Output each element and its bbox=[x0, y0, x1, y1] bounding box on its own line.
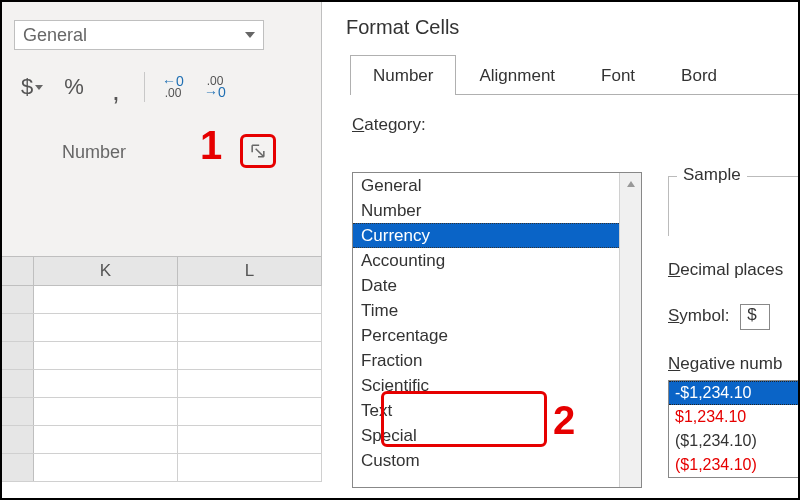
category-item[interactable]: Currency bbox=[353, 223, 621, 248]
scroll-up-icon[interactable] bbox=[626, 173, 636, 195]
negative-numbers-listbox[interactable]: -$1,234.10$1,234.10($1,234.10)($1,234.10… bbox=[668, 380, 800, 478]
tab-font[interactable]: Font bbox=[578, 55, 658, 95]
negative-number-option[interactable]: $1,234.10 bbox=[669, 405, 799, 429]
column-header-l[interactable]: L bbox=[178, 257, 322, 285]
category-item[interactable]: Fraction bbox=[353, 348, 621, 373]
chevron-down-icon bbox=[35, 85, 43, 90]
symbol-combo[interactable]: $ bbox=[740, 304, 770, 330]
decimal-places-label: Decimal places bbox=[668, 260, 798, 280]
percent-style-button[interactable]: % bbox=[56, 69, 92, 105]
category-item[interactable]: Number bbox=[353, 198, 621, 223]
format-options: Sample Decimal places Symbol: $ Negative… bbox=[668, 172, 798, 478]
column-header-k[interactable]: K bbox=[34, 257, 178, 285]
dialog-launcher-icon bbox=[251, 144, 265, 158]
comma-style-button[interactable]: , bbox=[98, 73, 134, 109]
ribbon-number-group: General $ % , ←0 .00 .00 →0 Number 1 bbox=[2, 2, 322, 500]
category-item[interactable]: Date bbox=[353, 273, 621, 298]
category-item[interactable]: Scientific bbox=[353, 373, 621, 398]
callout-1: 1 bbox=[200, 123, 222, 168]
dialog-title: Format Cells bbox=[342, 8, 798, 55]
format-cells-dialog: Format Cells Number Alignment Font Bord … bbox=[322, 2, 798, 498]
symbol-row: Symbol: $ bbox=[668, 304, 798, 330]
dialog-tabs: Number Alignment Font Bord bbox=[350, 55, 798, 95]
select-all-corner[interactable] bbox=[2, 257, 34, 285]
decrease-decimal-button[interactable]: .00 →0 bbox=[197, 69, 233, 105]
number-format-combo[interactable]: General bbox=[14, 20, 264, 50]
number-buttons-row: $ % , ←0 .00 .00 →0 bbox=[14, 64, 310, 110]
category-listbox[interactable]: GeneralNumberCurrencyAccountingDateTimeP… bbox=[352, 172, 642, 488]
negative-number-option[interactable]: ($1,234.10) bbox=[669, 429, 799, 453]
category-item[interactable]: Text bbox=[353, 398, 621, 423]
column-headers: K L bbox=[2, 256, 322, 286]
category-item[interactable]: Time bbox=[353, 298, 621, 323]
category-item[interactable]: Percentage bbox=[353, 323, 621, 348]
tab-border[interactable]: Bord bbox=[658, 55, 740, 95]
tab-number[interactable]: Number bbox=[350, 55, 456, 95]
negative-number-option[interactable]: -$1,234.10 bbox=[669, 381, 799, 405]
scrollbar[interactable] bbox=[619, 173, 641, 487]
accounting-format-button[interactable]: $ bbox=[14, 69, 50, 105]
number-format-value: General bbox=[23, 25, 87, 46]
category-item[interactable]: General bbox=[353, 173, 621, 198]
negative-numbers-label: Negative numb bbox=[668, 354, 798, 374]
dialog-launcher-button[interactable] bbox=[240, 134, 276, 168]
negative-number-option[interactable]: ($1,234.10) bbox=[669, 453, 799, 477]
tab-alignment[interactable]: Alignment bbox=[456, 55, 578, 95]
sample-label: Sample bbox=[677, 165, 747, 185]
category-label: Category: bbox=[352, 115, 798, 135]
category-item[interactable]: Special bbox=[353, 423, 621, 448]
sample-box: Sample bbox=[668, 176, 798, 236]
separator bbox=[144, 72, 145, 102]
chevron-down-icon bbox=[245, 32, 255, 38]
category-item[interactable]: Accounting bbox=[353, 248, 621, 273]
category-item[interactable]: Custom bbox=[353, 448, 621, 473]
worksheet-grid[interactable] bbox=[2, 286, 322, 500]
ribbon-group-label: Number bbox=[62, 142, 126, 163]
increase-decimal-button[interactable]: ←0 .00 bbox=[155, 69, 191, 105]
